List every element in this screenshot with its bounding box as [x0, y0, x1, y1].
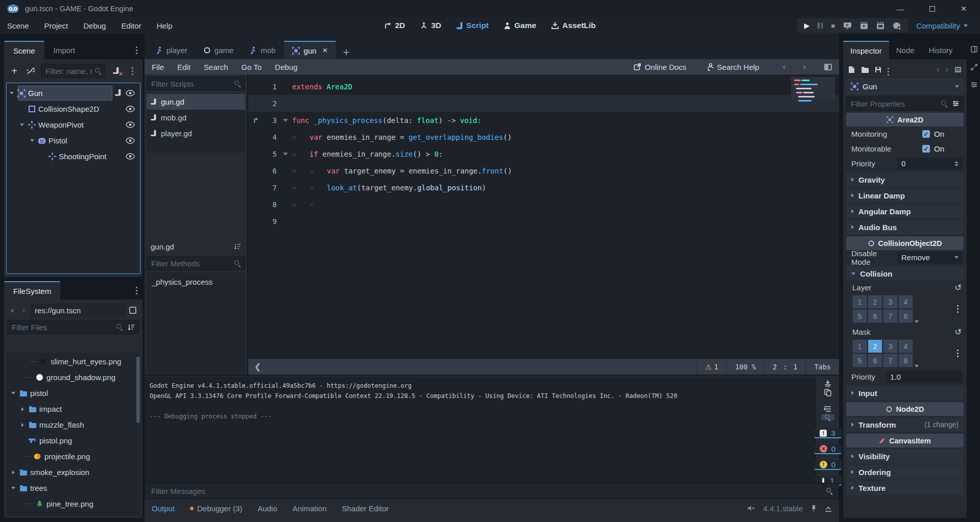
code-minimap[interactable] [791, 77, 835, 132]
filter-properties-field[interactable] [846, 96, 964, 111]
add-node-button[interactable]: + [8, 64, 20, 78]
scene-filter-field[interactable] [41, 64, 106, 78]
inspector-back-icon[interactable]: ‹ [937, 64, 940, 74]
tree-row-pistol[interactable]: Pistol [8, 133, 139, 148]
pause-button[interactable] [818, 22, 823, 29]
collapse-icon[interactable] [20, 123, 24, 126]
collapse-icon[interactable] [10, 92, 14, 94]
inspector-forward-icon[interactable]: › [945, 64, 948, 74]
mask-bit[interactable]: 8 [898, 354, 913, 367]
scene-tab-gun[interactable]: gun × [284, 41, 336, 59]
section-gravity[interactable]: Gravity [846, 172, 964, 187]
nav-forward-icon[interactable]: › [18, 305, 29, 315]
indent-mode[interactable]: Tabs [805, 359, 839, 375]
menu-debug[interactable]: Debug [275, 63, 297, 71]
filesystem-filter-input[interactable] [12, 323, 113, 332]
tab-scene[interactable]: Scene [4, 41, 44, 59]
scene-tab-player[interactable]: player [148, 41, 196, 59]
menu-project[interactable]: Project [44, 21, 68, 30]
mask-bit[interactable]: 1 [852, 339, 867, 353]
layer-expand-icon[interactable] [915, 320, 919, 323]
layer-bit[interactable]: 2 [868, 295, 882, 309]
section-linear-damp[interactable]: Linear Damp [846, 188, 964, 203]
script-item-gun[interactable]: gun.gd [147, 94, 245, 110]
tab-audio[interactable]: Audio [257, 504, 277, 513]
collapse-icon[interactable] [30, 139, 34, 142]
mask-menu-icon[interactable] [957, 353, 959, 354]
message-count-warnings[interactable]: !0 [814, 460, 842, 470]
expand-bottom-panel-icon[interactable] [825, 505, 832, 512]
menu-debug[interactable]: Debug [83, 21, 106, 30]
close-tab-icon[interactable]: × [323, 45, 328, 56]
script-history-forward-icon[interactable]: › [801, 62, 808, 72]
menu-help[interactable]: Help [157, 21, 173, 30]
maximize-button[interactable] [928, 5, 936, 13]
mask-expand-icon[interactable] [915, 365, 919, 367]
workspace-assetlib[interactable]: AssetLib [552, 21, 595, 30]
section-angular-damp[interactable]: Angular Damp [846, 204, 964, 218]
tree-row-shootingpoint[interactable]: ShootingPoint [8, 148, 139, 164]
tab-filesystem[interactable]: FileSystem [4, 281, 60, 300]
file-row[interactable]: pistol.png [6, 433, 140, 449]
remote-debug-button[interactable] [843, 22, 852, 30]
layer-bit[interactable]: 1 [852, 295, 867, 309]
close-button[interactable]: × [960, 5, 968, 13]
tab-debugger[interactable]: Debugger (3) [190, 504, 242, 513]
layer-bit[interactable]: 6 [868, 309, 882, 323]
scene-dock-menu-icon[interactable] [136, 41, 142, 59]
layer-bit[interactable]: 3 [883, 295, 898, 309]
file-sort-icon[interactable] [128, 324, 135, 331]
category-node2d[interactable]: Node2D [846, 402, 964, 416]
workspace-script[interactable]: Script [457, 21, 489, 30]
code-line[interactable]: 1extends Area2D [248, 78, 839, 95]
scene-filter-input[interactable] [45, 67, 92, 76]
filter-scripts-field[interactable] [147, 77, 245, 91]
menu-file[interactable]: File [152, 63, 164, 71]
current-path[interactable]: res://gun.tscn [30, 303, 125, 317]
tab-history[interactable]: History [922, 41, 960, 59]
layer-bit[interactable]: 8 [898, 309, 913, 323]
layer-bit[interactable]: 7 [883, 309, 898, 323]
mask-bit[interactable]: 3 [883, 339, 898, 353]
object-history-icon[interactable] [954, 66, 962, 73]
tab-inspector[interactable]: Inspector [843, 41, 889, 59]
revert-icon[interactable]: ↺ [955, 283, 962, 292]
mask-bit[interactable]: 4 [898, 339, 913, 353]
section-visibility[interactable]: Visibility [846, 449, 964, 463]
collapse-messages-icon[interactable] [821, 406, 834, 412]
dock-layout-icon[interactable] [971, 46, 977, 53]
tree-row-weaponpivot[interactable]: WeaponPivot [8, 117, 139, 133]
code-line[interactable]: ↱3func _physics_process(delta: float) ->… [248, 112, 839, 129]
folder-row[interactable]: muzzle_flash [6, 417, 140, 433]
script-item-mob[interactable]: mob.gd [147, 110, 245, 126]
resource-menu-icon[interactable] [888, 65, 889, 74]
pin-bottom-panel-icon[interactable] [811, 505, 817, 512]
filter-messages-field[interactable]: Filter Messages [145, 483, 839, 499]
folder-row[interactable]: trees [6, 480, 140, 496]
mask-bit[interactable]: 5 [852, 354, 867, 367]
layer-bit[interactable]: 5 [852, 309, 867, 323]
warning-count[interactable]: ⚠ 1 [697, 359, 727, 375]
code-editor[interactable]: 1extends Area2D2↱3func _physics_process(… [248, 74, 839, 358]
play-button[interactable]: ▶ [804, 21, 809, 30]
minimize-button[interactable]: — [896, 5, 904, 13]
menu-edit[interactable]: Edit [177, 63, 190, 71]
filter-methods-input[interactable] [151, 259, 231, 268]
clear-output-icon[interactable] [821, 380, 834, 387]
property-menu-icon[interactable] [952, 101, 959, 107]
play-movie-button[interactable] [860, 22, 868, 29]
message-count-all[interactable]: !3 [814, 429, 842, 438]
layer-bit[interactable]: 4 [898, 295, 913, 309]
menu-editor[interactable]: Editor [121, 21, 141, 30]
revert-icon[interactable]: ↺ [955, 327, 962, 337]
script-item-player[interactable]: player.gd [147, 126, 245, 141]
visibility-eye-icon[interactable] [126, 106, 135, 112]
file-row[interactable]: default_bus_layout.tres [6, 512, 140, 516]
search-messages-icon[interactable] [821, 414, 834, 420]
movie-maker-button[interactable] [876, 22, 885, 29]
online-docs-button[interactable]: Online Docs [634, 63, 686, 71]
detach-script-icon[interactable]: × [110, 64, 122, 78]
method-item[interactable]: _physics_process [147, 275, 245, 289]
feature-profile-button[interactable] [893, 22, 901, 30]
load-resource-icon[interactable] [861, 66, 869, 73]
